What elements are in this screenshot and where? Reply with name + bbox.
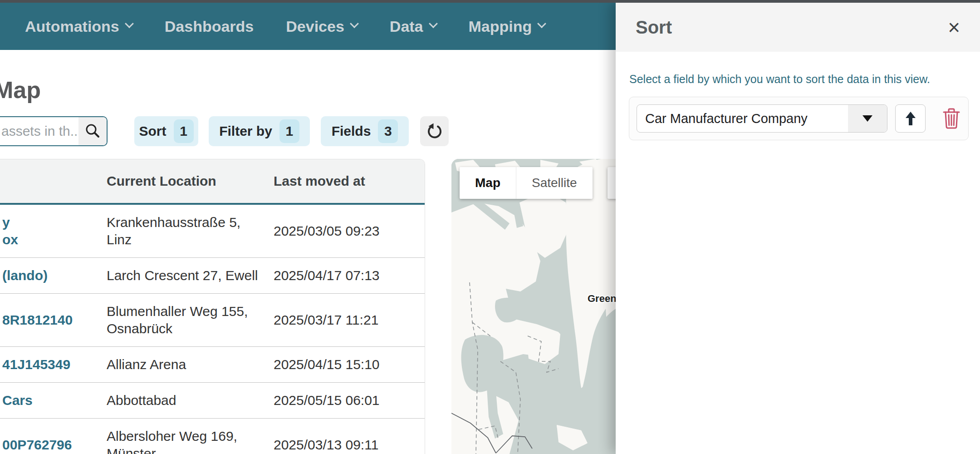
sort-direction-button[interactable] [895, 104, 926, 133]
filter-button-label: Filter by [219, 123, 272, 139]
cell-last-moved-at: 2025/03/13 09:11 [266, 419, 425, 454]
arrow-up-icon [904, 111, 917, 126]
map-type-control: Map Satellite [460, 167, 593, 199]
sort-button-label: Sort [139, 123, 167, 139]
sort-count-badge: 1 [174, 119, 194, 143]
trash-icon [942, 108, 961, 129]
search-field-group [0, 116, 108, 146]
nav-item-data[interactable]: Data [390, 18, 436, 35]
nav-item-dashboards[interactable]: Dashboards [165, 18, 254, 35]
cell-last-moved-at: 2025/04/15 15:10 [266, 347, 425, 383]
column-header-current-location: Current Location [99, 159, 266, 204]
sort-rule-row: Car Manufacturer Company [629, 97, 969, 140]
sort-field-selected-value: Car Manufacturer Company [637, 111, 848, 126]
cell-current-location: Albersloher Weg 169, Münster [99, 419, 266, 454]
sort-panel: Sort × Select a field by which you want … [616, 3, 980, 454]
nav-item-automations[interactable]: Automations [25, 18, 132, 35]
cell-last-moved-at: 2025/03/17 11:21 [266, 294, 425, 347]
chevron-down-icon [429, 19, 438, 28]
fields-button-label: Fields [332, 123, 371, 139]
nav-item-label: Dashboards [165, 18, 254, 35]
filter-by-button[interactable]: Filter by 1 [209, 116, 310, 146]
table-row[interactable]: 41J145349 Allianz Arena 2025/04/15 15:10 [0, 347, 425, 383]
sort-field-select[interactable]: Car Manufacturer Company [637, 104, 887, 133]
table-row[interactable]: (lando) Larch Crescent 27, Ewell 2025/04… [0, 258, 425, 294]
nav-item-devices[interactable]: Devices [286, 18, 358, 35]
page-title: Map [0, 76, 41, 104]
assets-table: Current Location Last moved at y ox Kran… [0, 159, 425, 454]
search-button[interactable] [78, 117, 107, 145]
table-header-row: Current Location Last moved at [0, 159, 425, 204]
asset-link[interactable]: 00P762796 [2, 437, 72, 452]
cell-current-location: Blumenhaller Weg 155, Osnabrück [99, 294, 266, 347]
select-caret-zone [848, 105, 887, 132]
asset-link[interactable]: (lando) [2, 268, 48, 283]
column-header-asset [0, 159, 99, 204]
table-row[interactable]: y ox Krankenhausstraße 5, Linz 2025/03/0… [0, 204, 425, 258]
fields-count-badge: 3 [378, 119, 398, 143]
chevron-down-icon [350, 19, 359, 28]
close-icon[interactable]: × [948, 18, 960, 36]
nav-item-label: Mapping [469, 18, 532, 35]
chevron-down-icon [537, 19, 546, 28]
cell-current-location: Larch Crescent 27, Ewell [99, 258, 266, 294]
asset-link[interactable]: Cars [2, 393, 33, 408]
dropdown-arrow-icon [862, 115, 872, 122]
delete-sort-rule-button[interactable] [942, 108, 961, 129]
nav-item-label: Devices [286, 18, 344, 35]
chevron-down-icon [125, 19, 134, 28]
asset-link[interactable]: 8R1812140 [2, 312, 73, 327]
nav-item-label: Data [390, 18, 423, 35]
sort-panel-header: Sort × [616, 3, 980, 52]
table-row[interactable]: 00P762796 Albersloher Weg 169, Münster 2… [0, 419, 425, 454]
table-row[interactable]: 8R1812140 Blumenhaller Weg 155, Osnabrüc… [0, 294, 425, 347]
column-header-last-moved-at: Last moved at [266, 159, 425, 204]
fields-button[interactable]: Fields 3 [321, 116, 409, 146]
search-input[interactable] [0, 117, 78, 145]
cell-last-moved-at: 2025/05/15 06:01 [266, 383, 425, 419]
cell-last-moved-at: 2025/04/17 07:13 [266, 258, 425, 294]
cell-last-moved-at: 2025/03/05 09:23 [266, 204, 425, 258]
map-view-button[interactable]: Map [460, 167, 516, 199]
table-row[interactable]: Cars Abbottabad 2025/05/15 06:01 [0, 383, 425, 419]
nav-item-mapping[interactable]: Mapping [469, 18, 545, 35]
cell-current-location: Abbottabad [99, 383, 266, 419]
cell-current-location: Allianz Arena [99, 347, 266, 383]
nav-item-label: Automations [25, 18, 119, 35]
refresh-icon [426, 122, 444, 140]
asset-link[interactable]: 41J145349 [2, 357, 70, 372]
cell-current-location: Krankenhausstraße 5, Linz [99, 204, 266, 258]
satellite-view-button[interactable]: Satellite [516, 167, 593, 199]
sort-panel-title: Sort [636, 17, 672, 38]
filter-count-badge: 1 [279, 119, 299, 143]
browser-top-strip [0, 0, 980, 3]
asset-link[interactable]: y ox [2, 215, 18, 247]
sort-button[interactable]: Sort 1 [134, 116, 198, 146]
refresh-button[interactable] [420, 116, 449, 146]
search-icon [84, 123, 101, 140]
sort-panel-helper-text: Select a field by which you want to sort… [629, 73, 960, 86]
